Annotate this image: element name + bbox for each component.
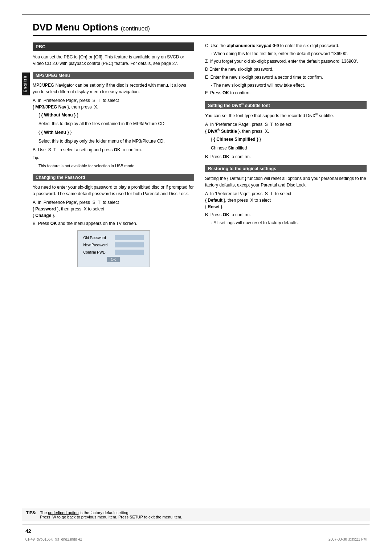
- pwd-old-row: Old Password: [83, 235, 144, 240]
- tips-line2: Press W to go back to previous menu item…: [40, 515, 182, 519]
- with-menu-heading: { { With Menu } }: [33, 129, 194, 136]
- password-step-a: A In 'Preference Page', press S T to sel…: [33, 199, 194, 219]
- restore-step-b: B Press OK to confirm.: [205, 212, 367, 218]
- border-right: [370, 15, 370, 525]
- mp3-tip-label: Tip:: [33, 155, 194, 161]
- with-menu-text: Select this to display only the folder m…: [33, 138, 194, 144]
- pbc-body: You can set the PBC to {On} or {Off}. Th…: [33, 54, 194, 67]
- footer-right: 2007-03-30 3:39:21 PM: [328, 537, 367, 541]
- pwd-step-d: D Enter the new six-digit password.: [205, 66, 367, 73]
- restore-body: Setting the { Default } function will re…: [205, 175, 367, 188]
- pbc-header: PBC: [33, 42, 194, 51]
- pwd-step-e: E Enter the new six-digit password a sec…: [205, 74, 367, 81]
- title-continued: (continued): [121, 25, 150, 32]
- password-screen: Old Password New Password Confirm PWD OK: [77, 230, 150, 267]
- pwd-confirm-label: Confirm PWD: [83, 250, 106, 254]
- restore-step-a: A In 'Preference Page', press S T to sel…: [205, 190, 367, 210]
- pwd-step-z: Z If you forget your old six-digit passw…: [205, 58, 367, 65]
- pwd-new-box: [115, 242, 144, 247]
- password-header: Changing the Password: [33, 174, 194, 181]
- divx-header: Setting the DivX® subtitle font: [205, 101, 367, 109]
- border-bottom: [22, 525, 370, 525]
- tips-row2: TIPS: Press W to go back to previous men…: [26, 515, 366, 519]
- pwd-step-c: C Use the alphanumeric keypad 0-9 to ent…: [205, 42, 367, 49]
- footer-left: 01-49_dvp3166K_93_eng2.indd 42: [25, 537, 82, 541]
- tips-label: TIPS:: [26, 510, 36, 515]
- tips-section: TIPS: The underlined option is the facto…: [22, 508, 370, 521]
- right-column: C Use the alphanumeric keypad 0-9 to ent…: [205, 42, 367, 271]
- page-title: DVD Menu Options (continued): [33, 22, 367, 36]
- restore-bullet1: All settings will now reset to factory d…: [205, 219, 367, 226]
- border-top: [22, 15, 370, 15]
- restore-header: Restoring to the original settings: [205, 165, 367, 172]
- pwd-step-f: F Press OK to confirm.: [205, 90, 367, 96]
- chinese-simplified-heading: { { Chinese Simplified } }: [205, 136, 367, 143]
- mp3-jpeg-header: MP3/JPEG Menu: [33, 72, 194, 79]
- page: English DVD Menu Options (continued) PBC…: [0, 0, 392, 554]
- pwd-old-box: [115, 235, 144, 240]
- pwd-new-label: New Password: [83, 243, 108, 247]
- pwd-old-label: Old Password: [83, 236, 106, 240]
- content-area: PBC You can set the PBC to {On} or {Off}…: [33, 42, 367, 271]
- without-menu-heading: { { Without Menu } }: [33, 112, 194, 118]
- pwd-bullet1: When doing this for the first time, ente…: [205, 50, 367, 57]
- password-body: You need to enter your six-digit passwor…: [33, 184, 194, 197]
- mp3-step-a: A In 'Preference Page', press S T to sel…: [33, 97, 194, 110]
- divx-body: You can set the font type that supports …: [205, 112, 367, 119]
- divx-step-b: B Press OK to confirm.: [205, 153, 367, 160]
- mp3-jpeg-body: MP3/JPEG Navigator can be set only if th…: [33, 82, 194, 95]
- title-text: DVD Menu Options: [33, 22, 118, 33]
- tips-row1: TIPS: The underlined option is the facto…: [26, 510, 366, 515]
- mp3-tip-text: This feature is not available for select…: [33, 163, 194, 169]
- mp3-step-b: B Use S T to select a setting and press …: [33, 147, 194, 153]
- chinese-simplified-text: Chinese Simplified: [205, 145, 367, 151]
- pwd-ok-button[interactable]: OK: [107, 257, 119, 262]
- left-column: PBC You can set the PBC to {On} or {Off}…: [33, 42, 194, 271]
- pwd-confirm-box: [115, 250, 144, 255]
- tips-line1: The underlined option is the factory def…: [40, 510, 129, 515]
- without-menu-text: Select this to display all the files con…: [33, 120, 194, 127]
- divx-step-a: A In 'Preference Page', press S T to sel…: [205, 121, 367, 135]
- page-number: 42: [25, 528, 31, 534]
- pwd-new-row: New Password: [83, 242, 144, 247]
- pwd-confirm-row: Confirm PWD: [83, 250, 144, 255]
- pwd-bullet2: The new six-digit password will now take…: [205, 82, 367, 89]
- sidebar-english-tab: English: [22, 73, 30, 95]
- password-step-b: B Press OK and the menu appears on the T…: [33, 220, 194, 227]
